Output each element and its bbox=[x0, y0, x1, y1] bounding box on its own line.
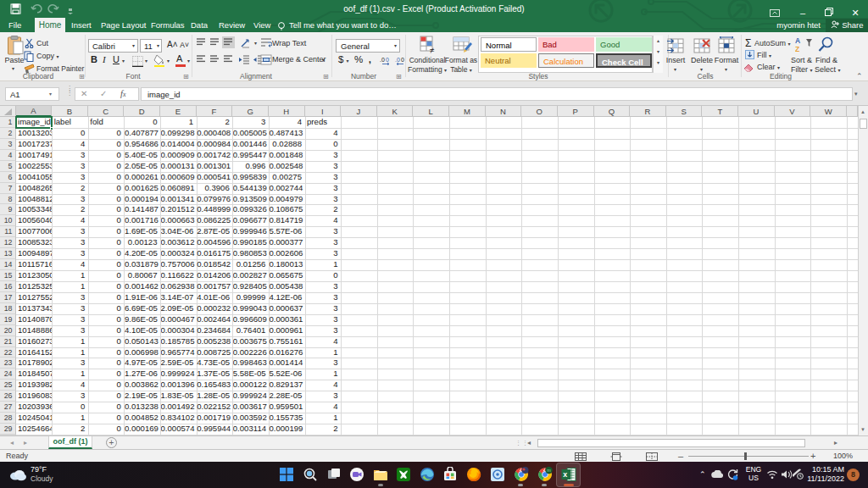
svg-text:.0: .0 bbox=[380, 57, 385, 63]
svg-text:Z: Z bbox=[795, 45, 799, 53]
svg-text:A: A bbox=[795, 36, 800, 45]
svg-text:.0: .0 bbox=[395, 57, 400, 63]
svg-text:≠: ≠ bbox=[430, 46, 435, 54]
svg-text:0: 0 bbox=[386, 57, 389, 63]
svg-text:0: 0 bbox=[401, 57, 404, 63]
svg-text:x: x bbox=[563, 470, 567, 479]
svg-text:m: m bbox=[547, 468, 551, 473]
